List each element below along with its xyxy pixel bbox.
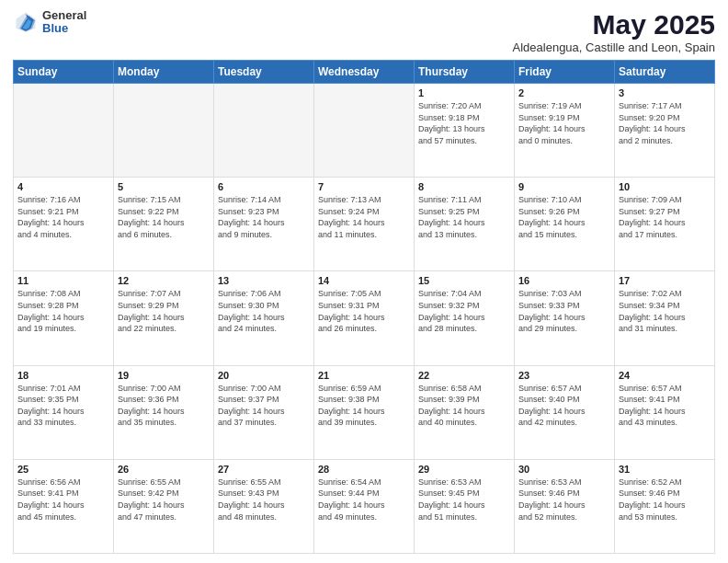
day-info: Sunrise: 7:11 AM Sunset: 9:25 PM Dayligh… — [418, 194, 510, 240]
calendar-cell-2-5: 16Sunrise: 7:03 AM Sunset: 9:33 PM Dayli… — [515, 271, 615, 365]
logo-general: General — [42, 9, 86, 22]
calendar-cell-0-6: 3Sunrise: 7:17 AM Sunset: 9:20 PM Daylig… — [615, 84, 715, 178]
day-number: 5 — [118, 181, 210, 192]
day-number: 29 — [418, 464, 510, 475]
logo-icon — [13, 9, 39, 35]
day-info: Sunrise: 6:53 AM Sunset: 9:45 PM Dayligh… — [418, 477, 510, 523]
day-number: 24 — [619, 370, 711, 381]
day-info: Sunrise: 6:57 AM Sunset: 9:41 PM Dayligh… — [619, 383, 711, 429]
calendar-cell-0-2 — [214, 84, 314, 178]
logo: General Blue — [13, 9, 86, 36]
day-number: 25 — [17, 464, 109, 475]
day-info: Sunrise: 7:08 AM Sunset: 9:28 PM Dayligh… — [17, 288, 109, 334]
calendar-cell-3-2: 20Sunrise: 7:00 AM Sunset: 9:37 PM Dayli… — [214, 365, 314, 459]
day-number: 17 — [619, 275, 711, 286]
calendar-cell-3-6: 24Sunrise: 6:57 AM Sunset: 9:41 PM Dayli… — [615, 365, 715, 459]
day-info: Sunrise: 7:19 AM Sunset: 9:19 PM Dayligh… — [518, 100, 610, 146]
day-number: 20 — [218, 370, 310, 381]
day-number: 3 — [619, 87, 711, 98]
calendar-cell-3-3: 21Sunrise: 6:59 AM Sunset: 9:38 PM Dayli… — [314, 365, 415, 459]
day-number: 4 — [17, 181, 109, 192]
day-number: 22 — [418, 370, 510, 381]
day-number: 12 — [118, 275, 210, 286]
week-row-1: 4Sunrise: 7:16 AM Sunset: 9:21 PM Daylig… — [14, 178, 715, 271]
calendar-cell-2-6: 17Sunrise: 7:02 AM Sunset: 9:34 PM Dayli… — [615, 271, 715, 365]
col-monday: Monday — [114, 61, 214, 84]
day-number: 18 — [17, 370, 109, 381]
day-number: 26 — [118, 464, 210, 475]
day-info: Sunrise: 7:10 AM Sunset: 9:26 PM Dayligh… — [518, 194, 610, 240]
calendar-cell-4-0: 25Sunrise: 6:56 AM Sunset: 9:41 PM Dayli… — [14, 459, 114, 553]
col-thursday: Thursday — [415, 61, 515, 84]
calendar-cell-2-1: 12Sunrise: 7:07 AM Sunset: 9:29 PM Dayli… — [114, 271, 214, 365]
day-info: Sunrise: 7:07 AM Sunset: 9:29 PM Dayligh… — [118, 288, 210, 334]
day-number: 7 — [318, 181, 410, 192]
day-info: Sunrise: 7:06 AM Sunset: 9:30 PM Dayligh… — [218, 288, 310, 334]
day-number: 6 — [218, 181, 310, 192]
calendar-cell-0-0 — [14, 84, 114, 178]
day-number: 21 — [318, 370, 410, 381]
calendar-cell-4-2: 27Sunrise: 6:55 AM Sunset: 9:43 PM Dayli… — [214, 459, 314, 553]
day-number: 28 — [318, 464, 410, 475]
day-info: Sunrise: 7:03 AM Sunset: 9:33 PM Dayligh… — [518, 288, 610, 334]
day-info: Sunrise: 6:52 AM Sunset: 9:46 PM Dayligh… — [619, 477, 711, 523]
day-info: Sunrise: 7:17 AM Sunset: 9:20 PM Dayligh… — [619, 100, 711, 146]
calendar-cell-0-4: 1Sunrise: 7:20 AM Sunset: 9:18 PM Daylig… — [415, 84, 515, 178]
day-info: Sunrise: 6:57 AM Sunset: 9:40 PM Dayligh… — [518, 383, 610, 429]
day-number: 8 — [418, 181, 510, 192]
calendar-cell-1-1: 5Sunrise: 7:15 AM Sunset: 9:22 PM Daylig… — [114, 178, 214, 271]
calendar-cell-1-5: 9Sunrise: 7:10 AM Sunset: 9:26 PM Daylig… — [515, 178, 615, 271]
title-month: May 2025 — [513, 9, 715, 40]
day-info: Sunrise: 6:59 AM Sunset: 9:38 PM Dayligh… — [318, 383, 410, 429]
day-info: Sunrise: 7:02 AM Sunset: 9:34 PM Dayligh… — [619, 288, 711, 334]
calendar-cell-1-6: 10Sunrise: 7:09 AM Sunset: 9:27 PM Dayli… — [615, 178, 715, 271]
day-info: Sunrise: 6:53 AM Sunset: 9:46 PM Dayligh… — [518, 477, 610, 523]
day-number: 15 — [418, 275, 510, 286]
col-saturday: Saturday — [615, 61, 715, 84]
calendar-cell-3-4: 22Sunrise: 6:58 AM Sunset: 9:39 PM Dayli… — [415, 365, 515, 459]
day-number: 19 — [118, 370, 210, 381]
day-info: Sunrise: 6:58 AM Sunset: 9:39 PM Dayligh… — [418, 383, 510, 429]
week-row-4: 25Sunrise: 6:56 AM Sunset: 9:41 PM Dayli… — [14, 459, 715, 553]
calendar-cell-1-3: 7Sunrise: 7:13 AM Sunset: 9:24 PM Daylig… — [314, 178, 415, 271]
calendar-cell-4-3: 28Sunrise: 6:54 AM Sunset: 9:44 PM Dayli… — [314, 459, 415, 553]
calendar-cell-3-1: 19Sunrise: 7:00 AM Sunset: 9:36 PM Dayli… — [114, 365, 214, 459]
calendar-cell-0-5: 2Sunrise: 7:19 AM Sunset: 9:19 PM Daylig… — [515, 84, 615, 178]
calendar-cell-1-2: 6Sunrise: 7:14 AM Sunset: 9:23 PM Daylig… — [214, 178, 314, 271]
calendar-cell-3-5: 23Sunrise: 6:57 AM Sunset: 9:40 PM Dayli… — [515, 365, 615, 459]
title-location: Aldealengua, Castille and Leon, Spain — [513, 40, 715, 54]
day-number: 10 — [619, 181, 711, 192]
day-info: Sunrise: 6:55 AM Sunset: 9:42 PM Dayligh… — [118, 477, 210, 523]
calendar-cell-2-0: 11Sunrise: 7:08 AM Sunset: 9:28 PM Dayli… — [14, 271, 114, 365]
week-row-2: 11Sunrise: 7:08 AM Sunset: 9:28 PM Dayli… — [14, 271, 715, 365]
calendar-cell-2-2: 13Sunrise: 7:06 AM Sunset: 9:30 PM Dayli… — [214, 271, 314, 365]
day-number: 11 — [17, 275, 109, 286]
day-info: Sunrise: 6:56 AM Sunset: 9:41 PM Dayligh… — [17, 477, 109, 523]
day-info: Sunrise: 7:09 AM Sunset: 9:27 PM Dayligh… — [619, 194, 711, 240]
day-number: 30 — [518, 464, 610, 475]
week-row-0: 1Sunrise: 7:20 AM Sunset: 9:18 PM Daylig… — [14, 84, 715, 178]
calendar-cell-2-3: 14Sunrise: 7:05 AM Sunset: 9:31 PM Dayli… — [314, 271, 415, 365]
calendar-cell-1-0: 4Sunrise: 7:16 AM Sunset: 9:21 PM Daylig… — [14, 178, 114, 271]
logo-blue: Blue — [42, 22, 86, 35]
day-info: Sunrise: 7:01 AM Sunset: 9:35 PM Dayligh… — [17, 383, 109, 429]
logo-text: General Blue — [42, 9, 86, 36]
day-number: 16 — [518, 275, 610, 286]
calendar-cell-1-4: 8Sunrise: 7:11 AM Sunset: 9:25 PM Daylig… — [415, 178, 515, 271]
day-info: Sunrise: 7:16 AM Sunset: 9:21 PM Dayligh… — [17, 194, 109, 240]
day-number: 13 — [218, 275, 310, 286]
col-wednesday: Wednesday — [314, 61, 415, 84]
day-info: Sunrise: 7:20 AM Sunset: 9:18 PM Dayligh… — [418, 100, 510, 146]
day-number: 14 — [318, 275, 410, 286]
day-number: 9 — [518, 181, 610, 192]
day-info: Sunrise: 7:14 AM Sunset: 9:23 PM Dayligh… — [218, 194, 310, 240]
header: General Blue May 2025 Aldealengua, Casti… — [13, 9, 715, 54]
week-row-3: 18Sunrise: 7:01 AM Sunset: 9:35 PM Dayli… — [14, 365, 715, 459]
calendar-cell-2-4: 15Sunrise: 7:04 AM Sunset: 9:32 PM Dayli… — [415, 271, 515, 365]
calendar-header-row: Sunday Monday Tuesday Wednesday Thursday… — [14, 61, 715, 84]
day-info: Sunrise: 7:00 AM Sunset: 9:37 PM Dayligh… — [218, 383, 310, 429]
title-block: May 2025 Aldealengua, Castille and Leon,… — [513, 9, 715, 54]
day-number: 27 — [218, 464, 310, 475]
day-info: Sunrise: 7:15 AM Sunset: 9:22 PM Dayligh… — [118, 194, 210, 240]
page: General Blue May 2025 Aldealengua, Casti… — [0, 0, 728, 563]
